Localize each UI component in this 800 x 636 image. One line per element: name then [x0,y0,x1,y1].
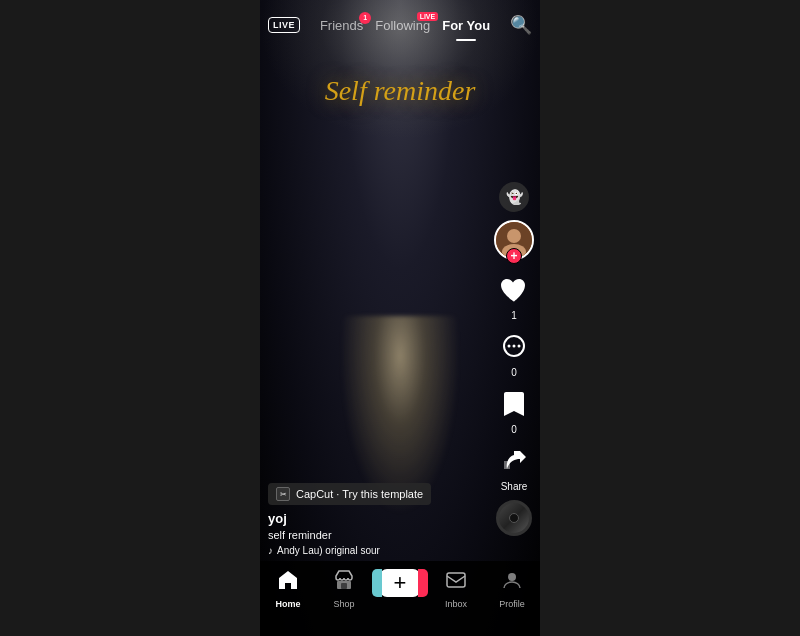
nav-tabs: Friends 1 Following LIVE For You [300,14,510,37]
right-sidebar: 👻 + 1 [494,182,534,536]
svg-point-5 [513,345,516,348]
tab-foryou[interactable]: For You [436,14,496,37]
tab-friends[interactable]: Friends 1 [314,14,369,37]
shop-icon [333,569,355,597]
tab-profile[interactable]: Profile [484,569,540,609]
svg-point-10 [508,573,516,581]
tab-add[interactable]: + [372,569,428,597]
music-disc[interactable] [496,500,532,536]
tab-following[interactable]: Following LIVE [369,14,436,37]
username[interactable]: yoj [268,511,490,526]
like-count: 1 [511,310,517,321]
like-group: 1 [496,272,532,321]
svg-point-6 [518,345,521,348]
following-live-badge: LIVE [417,12,439,21]
home-label: Home [275,599,300,609]
foryou-label: For You [442,18,490,33]
bookmark-group: 0 [496,386,532,435]
follow-plus-button[interactable]: + [506,248,522,264]
share-group: Share [496,443,532,492]
bottom-navigation: Home Shop + In [260,561,540,636]
left-side [0,0,260,636]
ghost-group: 👻 [499,182,529,212]
comment-count: 0 [511,367,517,378]
bookmark-count: 0 [511,424,517,435]
video-title: Self reminder [260,75,540,107]
home-icon [277,569,299,597]
profile-icon [501,569,523,597]
comment-button[interactable] [496,329,532,365]
svg-point-4 [508,345,511,348]
nav-left: LIVE [268,17,300,33]
music-disc-inner [509,513,519,523]
shop-label: Shop [333,599,354,609]
capcut-banner[interactable]: ✂ CapCut · Try this template [268,483,431,505]
profile-label: Profile [499,599,525,609]
search-icon[interactable]: 🔍 [510,14,532,36]
share-button[interactable] [496,443,532,479]
capcut-text: CapCut · Try this template [296,488,423,500]
friends-label: Friends [320,18,363,33]
svg-rect-9 [447,573,465,587]
video-description: self reminder [268,529,490,541]
capcut-icon: ✂ [276,487,290,501]
tab-home[interactable]: Home [260,569,316,609]
live-button[interactable]: LIVE [268,17,300,33]
avatar-group: + [494,220,534,264]
tab-shop[interactable]: Shop [316,569,372,609]
creator-avatar[interactable]: + [494,220,534,260]
video-info: ✂ CapCut · Try this template yoj self re… [268,483,490,556]
tab-inbox[interactable]: Inbox [428,569,484,609]
music-note-icon: ♪ [268,545,273,556]
music-info[interactable]: ♪ Andy Lau) original sour [268,545,490,556]
svg-point-1 [507,229,521,243]
top-navigation: LIVE Friends 1 Following LIVE For You 🔍 [260,0,540,50]
inbox-label: Inbox [445,599,467,609]
inbox-icon [445,569,467,597]
right-side [540,0,800,636]
phone-container: LIVE Friends 1 Following LIVE For You 🔍 … [260,0,540,636]
add-icon: + [394,570,407,596]
music-text: Andy Lau) original sour [277,545,380,556]
share-label: Share [501,481,528,492]
music-disc-group [496,500,532,536]
ghost-icon[interactable]: 👻 [499,182,529,212]
svg-rect-8 [341,583,347,589]
like-button[interactable] [496,272,532,308]
comment-group: 0 [496,329,532,378]
add-button[interactable]: + [380,569,420,597]
bookmark-button[interactable] [496,386,532,422]
